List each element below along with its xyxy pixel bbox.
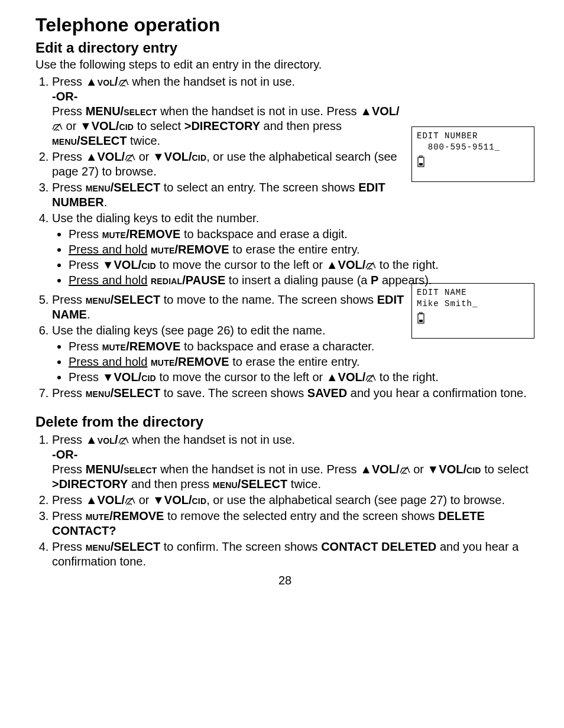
t: Press [69,258,102,271]
volup-label: ▲VOL/ [326,258,365,271]
cid-label: cid [192,150,207,163]
t: Press [52,150,86,163]
sub-item: Press mute/REMOVE to backspace and erase… [69,339,534,354]
delete-step-4: Press menu/SELECT to confirm. The screen… [52,540,534,569]
vol-up-label: ▲vol/ [86,75,118,88]
t: to select [134,119,184,132]
delete-step-3: Press mute/REMOVE to remove the selected… [52,509,534,538]
ringer-icon [118,437,129,445]
cid-label: cid [466,463,481,476]
page-title: Telephone operation [35,14,534,36]
section-heading-delete: Delete from the directory [35,414,534,430]
mute-label: mute [102,228,126,240]
p-label: P [371,274,378,287]
sub-item: Press ▼VOL/cid to move the cursor to the… [69,258,534,272]
t: twice. [287,477,321,490]
t: Use the dialing keys (see page 26) to ed… [52,324,326,337]
volup-label: ▲VOL/ [326,370,365,384]
t: to backspace and erase a digit. [180,228,347,240]
mute-label: mute [102,340,126,353]
remove-label: /REMOVE [126,228,180,240]
t: Press [52,433,86,446]
or-label: -OR- [52,89,534,104]
select-label: /SELECT [111,181,160,194]
t: . [87,308,90,321]
menu-label: menu [86,386,111,399]
delete-step-1: Press ▲vol/ when the handset is not in u… [52,433,534,492]
t: when the handset is not in use. Press [157,105,361,118]
menu-label: menu [86,293,111,306]
volup-label: ▲VOL/ [86,150,125,163]
t: Press and hold [69,274,147,287]
voldown-label: ▼VOL/ [427,463,466,476]
t: Press [52,105,86,118]
ringer-icon [400,466,410,474]
lcd-line1: EDIT NAME [417,287,529,298]
ringer-icon [365,262,376,270]
t: to backspace and erase a character. [180,340,374,353]
cid-label: cid [141,370,156,384]
ringer-icon [118,79,129,87]
t: or [63,119,80,132]
svg-rect-2 [419,163,423,165]
edit-step-7: Press menu/SELECT to save. The screen sh… [52,386,534,401]
select-label: /SELECT [111,540,160,553]
t: Press [69,370,102,384]
redial-label: redial [151,274,182,287]
sub-item: Press and hold mute/REMOVE to erase the … [69,242,534,257]
mute-label: mute [151,243,174,256]
battery-icon [417,312,425,324]
ringer-icon [125,154,135,162]
menu-label: menu [86,540,111,553]
sub-item: Press ▼VOL/cid to move the cursor to the… [69,370,534,385]
t: to the right. [376,258,439,271]
ringer-icon [125,497,135,505]
select-label: /SELECT [238,477,287,490]
t: Press MENU/select when the handset is no… [52,462,534,492]
t: to the right. [376,370,439,384]
t: to move the cursor to the left or [156,258,326,271]
voldown-label: ▼VOL/ [102,258,141,271]
lcd-line1: EDIT NUMBER [417,131,529,142]
volup-label: ▲VOL/ [360,463,399,476]
t: to erase the entire entry. [229,355,360,368]
t: to remove the selected entry and the scr… [164,509,438,522]
vol-up-label: ▲vol/ [86,433,118,446]
t: to insert a dialing pause (a [225,274,371,287]
intro-text: Use the following steps to edit an entry… [35,57,534,72]
t: or [410,463,427,476]
t: and then press [128,477,212,490]
t: Press [52,540,86,553]
t: Press [52,509,86,522]
or-label: -OR- [52,447,534,462]
select-label: select [124,105,157,118]
t: and then press [260,119,342,132]
svg-rect-9 [419,320,423,322]
remove-label: /REMOVE [174,355,229,368]
t: Press [52,493,86,506]
t: when the handset is not in use. Press [157,463,361,476]
lcd-screen-edit-name: EDIT NAME Mike Smith_ [411,283,534,339]
t: Press [52,386,86,399]
menu-label: menu [52,134,77,147]
t: twice. [127,134,160,147]
mute-label: mute [151,355,174,368]
select-label: /SELECT [111,386,160,399]
page-number: 28 [35,574,534,587]
edit-step-3: Press menu/SELECT to select an entry. Th… [52,180,534,210]
battery-icon [417,155,425,167]
t: to erase the entire entry. [229,243,360,256]
t: Press and hold [69,243,147,256]
mute-label: mute [86,509,109,522]
directory-label: >DIRECTORY [52,477,128,490]
edit-step-4: Use the dialing keys to edit the number.… [52,211,534,288]
t: when the handset is not in use. [129,433,295,446]
delete-steps: Press ▲vol/ when the handset is not in u… [35,433,534,569]
t: Press [52,75,86,88]
remove-label: /REMOVE [109,509,164,522]
t: to select [481,463,529,476]
t: , or use the alphabetical search (see pa… [206,493,505,506]
delete-step-2: Press ▲VOL/ or ▼VOL/cid, or use the alph… [52,493,534,508]
t: to save. The screen shows [160,386,307,399]
remove-label: /REMOVE [174,243,229,256]
